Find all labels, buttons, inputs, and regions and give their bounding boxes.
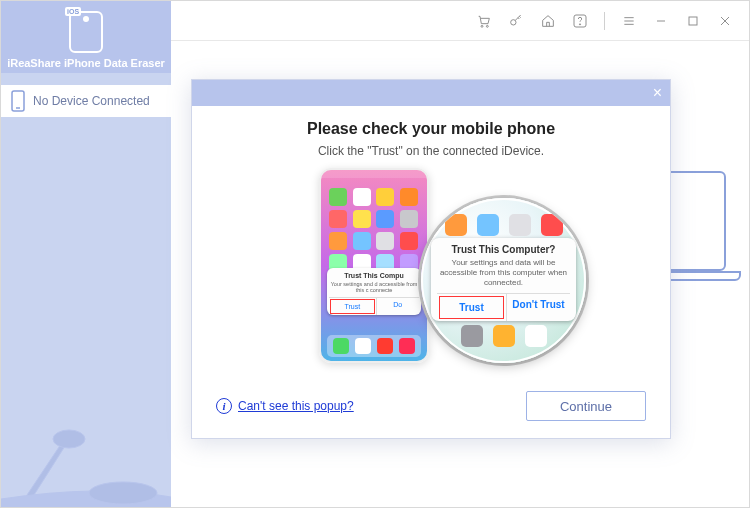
home-icon[interactable] <box>536 9 560 33</box>
mag-trust-title: Trust This Computer? <box>437 244 570 255</box>
continue-button[interactable]: Continue <box>526 391 646 421</box>
brand-label: iReaShare iPhone Data Eraser <box>7 57 165 69</box>
info-icon: i <box>216 398 232 414</box>
svg-point-2 <box>53 430 85 448</box>
svg-point-4 <box>481 25 483 27</box>
svg-point-5 <box>486 25 488 27</box>
brand-block: iReaShare iPhone Data Eraser <box>1 1 171 73</box>
phone-icon <box>11 90 25 112</box>
trust-dialog: × Please check your mobile phone Click t… <box>191 79 671 439</box>
device-status-row: No Device Connected <box>1 85 171 117</box>
cart-icon[interactable] <box>472 9 496 33</box>
phone-mock: Trust This Compu Your settings and d acc… <box>319 168 429 363</box>
dialog-subtitle: Click the "Trust" on the connected iDevi… <box>318 144 544 158</box>
phone-dont-trust-button: Do <box>376 298 420 315</box>
phone-trust-title: Trust This Compu <box>329 272 419 279</box>
phone-trust-msg: Your settings and d accessible from this… <box>329 281 419 294</box>
magnified-trust-prompt: Trust This Computer? Your settings and d… <box>431 238 576 321</box>
trust-illustration: Trust This Compu Your settings and d acc… <box>281 168 581 363</box>
mag-trust-button: Trust <box>439 296 504 319</box>
mag-trust-msg: Your settings and data will be accessibl… <box>437 258 570 288</box>
titlebar-divider <box>604 12 605 30</box>
sidebar-decorative-art <box>1 389 171 508</box>
magnifier-circle: Trust This Computer? Your settings and d… <box>421 198 586 363</box>
phone-trust-prompt: Trust This Compu Your settings and d acc… <box>327 268 421 315</box>
dialog-footer: i Can't see this popup? Continue <box>192 384 670 438</box>
menu-icon[interactable] <box>617 9 641 33</box>
dialog-body: Please check your mobile phone Click the… <box>192 106 670 384</box>
dialog-title: Please check your mobile phone <box>307 120 555 138</box>
help-icon[interactable] <box>568 9 592 33</box>
key-icon[interactable] <box>504 9 528 33</box>
help-link-row: i Can't see this popup? <box>216 398 354 414</box>
dialog-header: × <box>192 80 670 106</box>
mag-dont-trust-button: Don't Trust <box>506 294 570 321</box>
svg-point-8 <box>579 23 580 24</box>
svg-point-3 <box>89 482 157 504</box>
brand-logo-icon <box>69 11 103 53</box>
sidebar: iReaShare iPhone Data Eraser No Device C… <box>1 1 171 508</box>
svg-rect-13 <box>689 17 697 25</box>
close-icon[interactable] <box>713 9 737 33</box>
svg-point-6 <box>511 19 516 24</box>
phone-trust-button: Trust <box>330 299 375 314</box>
maximize-icon[interactable] <box>681 9 705 33</box>
minimize-icon[interactable] <box>649 9 673 33</box>
device-status-label: No Device Connected <box>33 94 150 108</box>
help-link[interactable]: Can't see this popup? <box>238 399 354 413</box>
dialog-close-icon[interactable]: × <box>653 85 662 101</box>
